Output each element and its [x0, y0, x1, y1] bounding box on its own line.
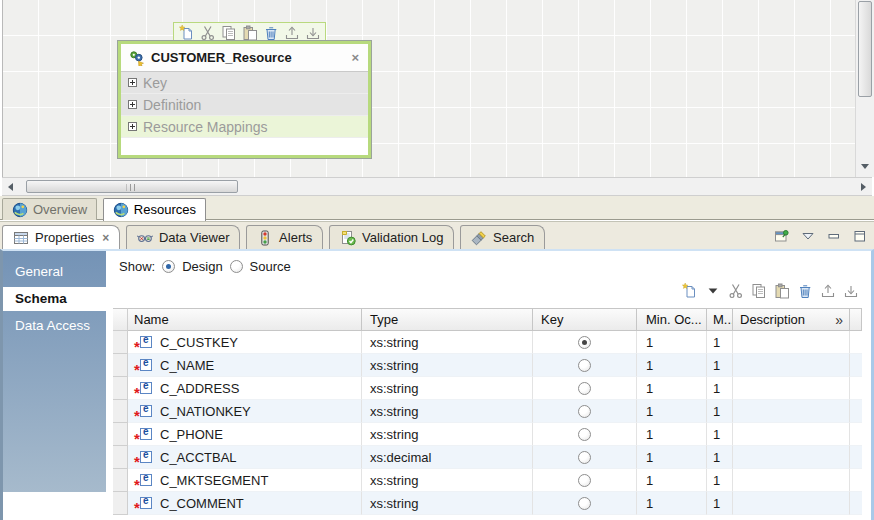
table-row[interactable]: C_MKTSEGMENT xs:string 1 1 — [113, 469, 862, 492]
move-down-icon[interactable] — [842, 282, 859, 299]
node-section-resource-mappings[interactable]: Resource Mappings — [121, 116, 368, 138]
name-cell[interactable]: C_ADDRESS — [128, 377, 362, 400]
type-cell[interactable]: xs:string — [362, 400, 533, 423]
expand-plus-icon[interactable] — [128, 78, 137, 87]
key-radio[interactable] — [578, 405, 591, 418]
min-occurs-cell[interactable]: 1 — [637, 423, 707, 446]
max-occurs-cell[interactable]: 1 — [707, 423, 733, 446]
key-cell[interactable] — [533, 354, 637, 377]
key-radio[interactable] — [578, 474, 591, 487]
description-cell[interactable] — [733, 400, 850, 423]
key-cell[interactable] — [533, 492, 637, 515]
design-label[interactable]: Design — [182, 259, 222, 274]
column-header-max-occurs[interactable]: M... — [707, 308, 733, 331]
max-occurs-cell[interactable]: 1 — [707, 354, 733, 377]
name-cell[interactable]: C_CUSTKEY — [128, 331, 362, 354]
new-item-dropdown-icon[interactable] — [704, 282, 721, 299]
copy-icon[interactable] — [750, 282, 767, 299]
node-section-definition[interactable]: Definition — [121, 94, 368, 116]
sidebar-item-schema[interactable]: Schema — [3, 287, 106, 311]
column-header-key[interactable]: Key — [533, 308, 637, 331]
close-icon[interactable]: × — [102, 231, 109, 245]
scrollbar-thumb[interactable] — [858, 1, 872, 97]
type-cell[interactable]: xs:string — [362, 469, 533, 492]
type-cell[interactable]: xs:string — [362, 377, 533, 400]
row-handle[interactable] — [113, 354, 128, 377]
tab-properties[interactable]: Properties × — [2, 225, 120, 250]
node-section-key[interactable]: Key — [121, 72, 368, 94]
scroll-right-arrow[interactable] — [861, 183, 866, 191]
table-row[interactable]: C_CUSTKEY xs:string 1 1 — [113, 331, 862, 354]
type-cell[interactable]: xs:string — [362, 331, 533, 354]
min-occurs-cell[interactable]: 1 — [637, 446, 707, 469]
source-label[interactable]: Source — [250, 259, 291, 274]
description-cell[interactable] — [733, 492, 850, 515]
paste-icon[interactable] — [773, 282, 790, 299]
key-radio[interactable] — [578, 359, 591, 372]
description-cell[interactable] — [733, 331, 850, 354]
row-handle[interactable] — [113, 377, 128, 400]
node-header[interactable]: CUSTOMER_Resource × — [121, 44, 368, 72]
customer-resource-node[interactable]: CUSTOMER_Resource × Key Definition Resou… — [118, 41, 371, 158]
description-cell[interactable] — [733, 446, 850, 469]
sidebar-item-data-access[interactable]: Data Access — [3, 314, 106, 338]
minimize-icon[interactable] — [826, 228, 842, 244]
horizontal-scrollbar[interactable] — [2, 177, 872, 196]
scroll-down-arrow[interactable] — [861, 164, 869, 169]
maximize-icon[interactable] — [852, 228, 868, 244]
row-handle[interactable] — [113, 469, 128, 492]
table-row[interactable]: C_ACCTBAL xs:decimal 1 1 — [113, 446, 862, 469]
table-row[interactable]: C_COMMENT xs:string 1 1 — [113, 492, 862, 515]
tab-overview[interactable]: Overview — [2, 198, 97, 220]
type-cell[interactable]: xs:decimal — [362, 446, 533, 469]
paste-icon[interactable] — [241, 24, 258, 41]
max-occurs-cell[interactable]: 1 — [707, 469, 733, 492]
new-item-icon[interactable] — [178, 24, 195, 41]
move-up-icon[interactable] — [819, 282, 836, 299]
copy-icon[interactable] — [220, 24, 237, 41]
table-row[interactable]: C_PHONE xs:string 1 1 — [113, 423, 862, 446]
view-menu-chevron-icon[interactable] — [800, 228, 816, 244]
name-cell[interactable]: C_ACCTBAL — [128, 446, 362, 469]
max-occurs-cell[interactable]: 1 — [707, 377, 733, 400]
tab-validation-log[interactable]: Validation Log — [329, 225, 454, 249]
max-occurs-cell[interactable]: 1 — [707, 446, 733, 469]
table-row[interactable]: C_NAME xs:string 1 1 — [113, 354, 862, 377]
table-row[interactable]: C_NATIONKEY xs:string 1 1 — [113, 400, 862, 423]
column-header-name[interactable]: Name — [128, 308, 362, 331]
table-row[interactable]: C_ADDRESS xs:string 1 1 — [113, 377, 862, 400]
tab-alerts[interactable]: Alerts — [246, 225, 323, 249]
tab-search[interactable]: Search — [460, 225, 545, 249]
key-radio[interactable] — [578, 382, 591, 395]
vertical-scrollbar[interactable] — [855, 0, 874, 177]
key-radio[interactable] — [578, 497, 591, 510]
cut-icon[interactable] — [199, 24, 216, 41]
close-icon[interactable]: × — [349, 50, 361, 65]
row-handle[interactable] — [113, 492, 128, 515]
sidebar-item-general[interactable]: General — [3, 260, 106, 284]
key-radio[interactable] — [578, 451, 591, 464]
column-header-type[interactable]: Type — [362, 308, 533, 331]
description-cell[interactable] — [733, 377, 850, 400]
key-cell[interactable] — [533, 377, 637, 400]
max-occurs-cell[interactable]: 1 — [707, 331, 733, 354]
min-occurs-cell[interactable]: 1 — [637, 469, 707, 492]
key-cell[interactable] — [533, 331, 637, 354]
type-cell[interactable]: xs:string — [362, 354, 533, 377]
row-handle[interactable] — [113, 331, 128, 354]
expand-plus-icon[interactable] — [128, 122, 137, 131]
max-occurs-cell[interactable]: 1 — [707, 400, 733, 423]
move-up-icon[interactable] — [283, 24, 300, 41]
key-cell[interactable] — [533, 423, 637, 446]
tab-resources[interactable]: Resources — [103, 198, 206, 221]
name-cell[interactable]: C_NATIONKEY — [128, 400, 362, 423]
description-cell[interactable] — [733, 354, 850, 377]
name-cell[interactable]: C_MKTSEGMENT — [128, 469, 362, 492]
min-occurs-cell[interactable]: 1 — [637, 354, 707, 377]
source-radio[interactable] — [230, 260, 243, 273]
key-radio[interactable] — [578, 336, 591, 349]
diagram-canvas[interactable]: CUSTOMER_Resource × Key Definition Resou… — [2, 0, 855, 177]
key-cell[interactable] — [533, 446, 637, 469]
max-occurs-cell[interactable]: 1 — [707, 492, 733, 515]
design-radio[interactable] — [162, 260, 175, 273]
